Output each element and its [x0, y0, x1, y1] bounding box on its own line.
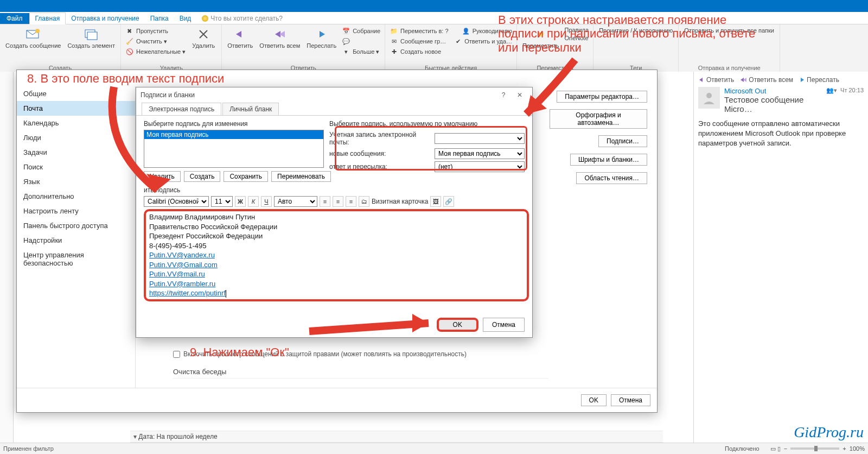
- options-ok-button[interactable]: OK: [581, 394, 607, 406]
- align-left-icon[interactable]: ≡: [320, 196, 330, 207]
- link5[interactable]: https://twitter.com/putinrf: [149, 289, 226, 297]
- preview-from: Microsoft Out: [724, 87, 822, 95]
- options-cat-1[interactable]: Почта: [17, 101, 135, 116]
- zoom-slider[interactable]: [790, 447, 839, 450]
- view-normal-icon[interactable]: ▭: [770, 445, 776, 452]
- options-cat-5[interactable]: Поиск: [17, 160, 135, 174]
- options-cat-9[interactable]: Панель быстрого доступа: [17, 218, 135, 233]
- quick-team-button[interactable]: ✉Сообщение гр…✔Ответить и уда…: [388, 36, 513, 46]
- onenote-button[interactable]: OneNote: [563, 34, 590, 42]
- tab-view[interactable]: Вид: [174, 13, 197, 24]
- newmsg-select[interactable]: Моя первая подпись: [435, 148, 525, 159]
- quick-move-button[interactable]: 📁Переместить в: ?👤Руководителю: [388, 26, 513, 36]
- tab-email-signature[interactable]: Электронная подпись: [142, 103, 221, 115]
- options-cat-0[interactable]: Общие: [17, 86, 135, 101]
- options-cat-4[interactable]: Задачи: [17, 145, 135, 160]
- reply-select[interactable]: (нет): [435, 161, 525, 172]
- rp-reply[interactable]: Ответить: [698, 76, 734, 84]
- nav-collapsed[interactable]: [0, 72, 14, 443]
- meeting-button[interactable]: 📅Собрание: [341, 26, 381, 36]
- tab-sendrecv[interactable]: Отправка и получение: [66, 13, 144, 24]
- rp-replyall[interactable]: Ответить всем: [739, 76, 793, 84]
- junk-button[interactable]: 🚫Нежелательные ▾: [124, 47, 187, 56]
- italic-button[interactable]: К: [248, 196, 259, 207]
- block-icon: 🚫: [125, 47, 134, 56]
- sig-cancel-button[interactable]: Отмена: [483, 318, 525, 332]
- spelling-button[interactable]: Орфография и автозамена…: [550, 109, 647, 129]
- options-cat-6[interactable]: Язык: [17, 174, 135, 189]
- unread-button[interactable]: Прочитано / К исполнению: [597, 26, 675, 65]
- fonts-button[interactable]: Шрифты и бланки…: [570, 154, 647, 166]
- close-button[interactable]: ✕: [512, 91, 528, 99]
- more-button[interactable]: 💬: [341, 36, 381, 46]
- quick-new-button[interactable]: ✚Создать новое: [388, 47, 513, 56]
- folder-move-icon: 📁: [390, 27, 398, 35]
- link2[interactable]: Putin.VV@Gmail.com: [149, 261, 218, 269]
- options-cancel-button[interactable]: Отмена: [611, 394, 650, 406]
- tab-folder[interactable]: Папка: [145, 13, 174, 24]
- options-cat-2[interactable]: Календарь: [17, 116, 135, 130]
- link3[interactable]: Putin.VV@mail.ru: [149, 270, 205, 278]
- options-cat-10[interactable]: Надстройки: [17, 233, 135, 248]
- tellme[interactable]: Что вы хотите сделать?: [196, 13, 288, 24]
- tab-file[interactable]: Файл: [0, 13, 29, 24]
- move-button[interactable]: 📂Переместить: [520, 26, 561, 65]
- status-bar: Применен фильтр Подключено ▭ ▯ − + 100%: [0, 443, 868, 454]
- reading-pane-button[interactable]: Область чтения…: [576, 172, 647, 184]
- clean-button[interactable]: 🧹Очистить ▾: [124, 36, 187, 46]
- underline-button[interactable]: Ч: [261, 196, 272, 207]
- size-select[interactable]: 11: [211, 196, 233, 207]
- zoom-in[interactable]: +: [843, 445, 846, 452]
- link1[interactable]: Putin.VV@yandex.ru: [149, 251, 215, 259]
- zoom-out[interactable]: −: [784, 445, 787, 452]
- signature-item[interactable]: Моя первая подпись: [144, 130, 323, 139]
- forward-button[interactable]: Переслать: [304, 26, 339, 65]
- new-mail-button[interactable]: Создать сообщение: [3, 26, 63, 65]
- skip-button[interactable]: ✖Пропустить: [124, 26, 187, 36]
- new-item-button[interactable]: Создать элемент: [65, 26, 117, 65]
- options-cat-7[interactable]: Дополнительно: [17, 189, 135, 204]
- reply-button[interactable]: Ответить: [225, 26, 255, 65]
- mail-new-icon: [26, 27, 40, 41]
- tab-home[interactable]: Главная: [29, 12, 66, 24]
- picture-icon[interactable]: 🖼: [430, 196, 441, 207]
- link-icon[interactable]: 🔗: [443, 196, 454, 207]
- view-reading-icon[interactable]: ▯: [777, 445, 781, 452]
- sig-rename-button[interactable]: Переименовать: [271, 171, 331, 182]
- card-icon[interactable]: 🗂: [359, 196, 369, 207]
- options-cat-11[interactable]: Центр управления безопасностью: [17, 248, 135, 270]
- options-cat-8[interactable]: Настроить ленту: [17, 204, 135, 218]
- editor-options-button[interactable]: Параметры редактора…: [557, 91, 647, 103]
- align-center-icon[interactable]: ≡: [333, 196, 343, 207]
- rules-button[interactable]: Правила: [563, 26, 590, 34]
- sig-delete-button[interactable]: Удалить: [144, 171, 181, 182]
- account-select[interactable]: [435, 133, 525, 144]
- sig-new-button[interactable]: Создать: [184, 171, 221, 182]
- svg-point-1: [35, 29, 40, 33]
- signatures-button[interactable]: Подписи…: [598, 135, 647, 147]
- help-button[interactable]: ?: [495, 91, 512, 99]
- link4[interactable]: Putin.VV@rambler.ru: [149, 280, 215, 288]
- sig-ok-button[interactable]: OK: [437, 318, 478, 332]
- more-respond-button[interactable]: ▾Больше ▾: [341, 47, 381, 56]
- delete-button[interactable]: Удалить: [189, 26, 218, 65]
- preview-body: Это сообщение отправлено автоматически п…: [698, 119, 864, 149]
- font-select[interactable]: Calibri (Основной те: [144, 196, 209, 207]
- sendrecv-button[interactable]: Отправить и получить все папки: [682, 26, 776, 65]
- sig-save-button[interactable]: Сохранить: [224, 171, 268, 182]
- tab-stationery[interactable]: Личный бланк: [222, 103, 279, 115]
- rp-forward[interactable]: Переслать: [799, 76, 839, 84]
- align-right-icon[interactable]: ≡: [346, 196, 356, 207]
- group-sendrecv-label: Отправка и получение: [682, 65, 776, 72]
- people-icon[interactable]: 👥▾: [826, 87, 837, 93]
- signature-editor[interactable]: Владимир Владимирович Путин Правительств…: [144, 209, 529, 301]
- signature-list[interactable]: Моя первая подпись: [144, 130, 324, 168]
- color-select[interactable]: Авто: [274, 196, 317, 207]
- chk-rights[interactable]: [173, 351, 180, 358]
- status-filter: Применен фильтр: [3, 445, 54, 452]
- date-group-header[interactable]: Дата: На прошлой неделе: [130, 431, 663, 443]
- bold-button[interactable]: Ж: [235, 196, 246, 207]
- sig-list-label: Выберите подпись для изменения: [144, 120, 323, 128]
- reply-all-button[interactable]: Ответить всем: [257, 26, 302, 65]
- options-cat-3[interactable]: Люди: [17, 130, 135, 145]
